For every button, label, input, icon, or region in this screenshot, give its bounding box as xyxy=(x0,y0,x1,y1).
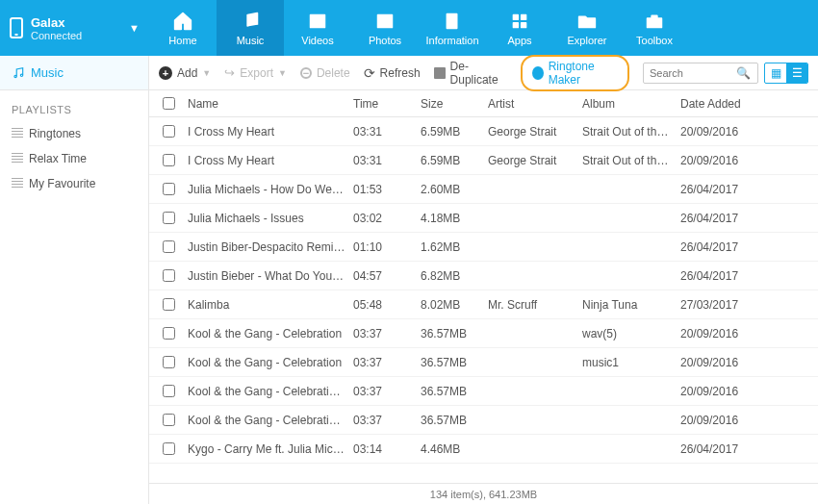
table-row[interactable]: Justin Bieber - What Do You Mean04:576.8… xyxy=(149,262,818,290)
cell-date: 26/04/2017 xyxy=(680,212,767,225)
search-box[interactable]: 🔍 xyxy=(643,63,758,84)
cell-date: 26/04/2017 xyxy=(680,240,767,254)
cell-time: 03:31 xyxy=(353,154,421,167)
nav-information[interactable]: Information xyxy=(419,0,486,56)
sidebar-music[interactable]: Music xyxy=(0,56,148,90)
cell-album: music1 xyxy=(582,356,680,369)
cell-name: Kool & the Gang - Celebration xyxy=(188,356,353,369)
playlist-item[interactable]: Relax Time xyxy=(0,146,148,171)
row-checkbox[interactable] xyxy=(163,212,175,224)
table-row[interactable]: Kool & the Gang - Celebration(1)03:3736.… xyxy=(149,377,818,406)
search-icon[interactable]: 🔍 xyxy=(736,66,751,80)
refresh-button[interactable]: ⟳ Refresh xyxy=(364,65,421,81)
playlists: RingtonesRelax TimeMy Favourite xyxy=(0,121,148,196)
cell-size: 6.59MB xyxy=(421,125,488,139)
cell-name: I Cross My Heart xyxy=(188,125,353,139)
nav-home[interactable]: Home xyxy=(149,0,217,56)
cell-date: 20/09/2016 xyxy=(680,125,767,139)
playlist-item[interactable]: My Favourite xyxy=(0,171,148,196)
export-button[interactable]: ↪ Export ▼ xyxy=(224,65,287,80)
col-size[interactable]: Size xyxy=(421,97,488,111)
chevron-down-icon[interactable]: ▼ xyxy=(129,22,140,34)
deduplicate-button[interactable]: De-Duplicate xyxy=(434,60,507,87)
cell-size: 4.18MB xyxy=(421,212,488,225)
nav-music[interactable]: Music xyxy=(217,0,284,56)
col-name[interactable]: Name xyxy=(188,97,353,111)
delete-button[interactable]: − Delete xyxy=(300,66,350,80)
table-row[interactable]: Justin Biber-Despacito Remix Luis F...01… xyxy=(149,233,818,262)
ringtone-icon xyxy=(532,66,544,80)
ringtone-maker-button[interactable]: Ringtone Maker xyxy=(521,55,629,91)
cell-time: 01:53 xyxy=(353,183,421,196)
col-artist[interactable]: Artist xyxy=(488,97,582,111)
cell-time: 03:37 xyxy=(353,414,421,427)
toolbar-right: 🔍 ▦ ☰ xyxy=(643,63,808,84)
cell-name: Kool & the Gang - Celebration(1) xyxy=(188,385,353,398)
main-nav: HomeMusicVideosPhotosInformationAppsExpl… xyxy=(149,0,818,56)
cell-date: 20/09/2016 xyxy=(680,385,767,398)
cell-date: 20/09/2016 xyxy=(680,414,767,427)
playlist-item[interactable]: Ringtones xyxy=(0,121,148,146)
sidebar-music-label: Music xyxy=(31,65,64,80)
table-row[interactable]: Kool & the Gang - Celebration03:3736.57M… xyxy=(149,319,818,348)
phone-icon xyxy=(10,17,23,38)
cell-date: 20/09/2016 xyxy=(680,154,767,167)
device-info[interactable]: Galax Connected ▼ xyxy=(0,0,149,56)
col-date[interactable]: Date Added xyxy=(680,97,767,111)
table-row[interactable]: Kalimba05:488.02MBMr. ScruffNinja Tuna27… xyxy=(149,290,818,319)
nav-videos[interactable]: Videos xyxy=(284,0,351,56)
table-row[interactable]: Kool & the Gang - Celebration03:3736.57M… xyxy=(149,348,818,377)
refresh-icon: ⟳ xyxy=(364,65,375,81)
row-checkbox[interactable] xyxy=(163,125,175,138)
table-row[interactable]: Julia Michaels - How Do We Get Ba...01:5… xyxy=(149,175,818,204)
row-checkbox[interactable] xyxy=(163,327,175,340)
cell-time: 03:31 xyxy=(353,125,421,139)
col-time[interactable]: Time xyxy=(353,97,421,111)
cell-album: wav(5) xyxy=(582,327,680,340)
table-row[interactable]: Julia Michaels - Issues03:024.18MB26/04/… xyxy=(149,204,818,233)
cell-size: 36.57MB xyxy=(421,356,488,369)
select-all-checkbox[interactable] xyxy=(163,97,175,110)
row-checkbox[interactable] xyxy=(163,385,175,397)
cell-date: 20/09/2016 xyxy=(680,356,767,369)
row-checkbox[interactable] xyxy=(163,442,175,455)
cell-time: 03:37 xyxy=(353,356,421,369)
table-body[interactable]: I Cross My Heart03:316.59MBGeorge Strait… xyxy=(149,117,818,483)
cell-size: 8.02MB xyxy=(421,298,488,312)
row-checkbox[interactable] xyxy=(163,154,175,166)
search-input[interactable] xyxy=(650,67,736,79)
cell-album: Strait Out of the B... xyxy=(582,154,680,167)
nav-label: Explorer xyxy=(568,35,607,46)
cell-name: Justin Biber-Despacito Remix Luis F... xyxy=(188,240,353,254)
toolbox-icon xyxy=(644,11,665,32)
row-checkbox[interactable] xyxy=(163,240,175,253)
cell-date: 26/04/2017 xyxy=(680,269,767,283)
row-checkbox[interactable] xyxy=(163,269,175,282)
grid-view-button[interactable]: ▦ xyxy=(765,63,786,83)
cell-size: 36.57MB xyxy=(421,414,488,427)
nav-explorer[interactable]: Explorer xyxy=(553,0,621,56)
row-checkbox[interactable] xyxy=(163,298,175,311)
list-icon xyxy=(12,153,23,164)
nav-apps[interactable]: Apps xyxy=(486,0,553,56)
music-icon xyxy=(12,66,25,80)
table-row[interactable]: Kool & the Gang - Celebration(2)03:3736.… xyxy=(149,406,818,435)
row-checkbox[interactable] xyxy=(163,183,175,195)
add-button[interactable]: + Add ▼ xyxy=(159,66,211,80)
row-checkbox[interactable] xyxy=(163,414,175,426)
list-view-button[interactable]: ☰ xyxy=(786,63,807,83)
table-row[interactable]: Kygo - Carry Me ft. Julia Michaels03:144… xyxy=(149,435,818,464)
nav-label: Videos xyxy=(301,35,333,46)
nav-toolbox[interactable]: Toolbox xyxy=(621,0,688,56)
playlists-heading: PLAYLISTS xyxy=(0,90,148,121)
table-row[interactable]: I Cross My Heart03:316.59MBGeorge Strait… xyxy=(149,146,818,175)
row-checkbox[interactable] xyxy=(163,356,175,368)
col-album[interactable]: Album xyxy=(582,97,680,111)
cell-time: 01:10 xyxy=(353,240,421,254)
list-icon xyxy=(12,128,23,139)
home-icon xyxy=(172,11,193,32)
nav-photos[interactable]: Photos xyxy=(351,0,419,56)
cell-artist: George Strait xyxy=(488,125,582,139)
cell-artist: George Strait xyxy=(488,154,582,167)
table-row[interactable]: I Cross My Heart03:316.59MBGeorge Strait… xyxy=(149,117,818,146)
